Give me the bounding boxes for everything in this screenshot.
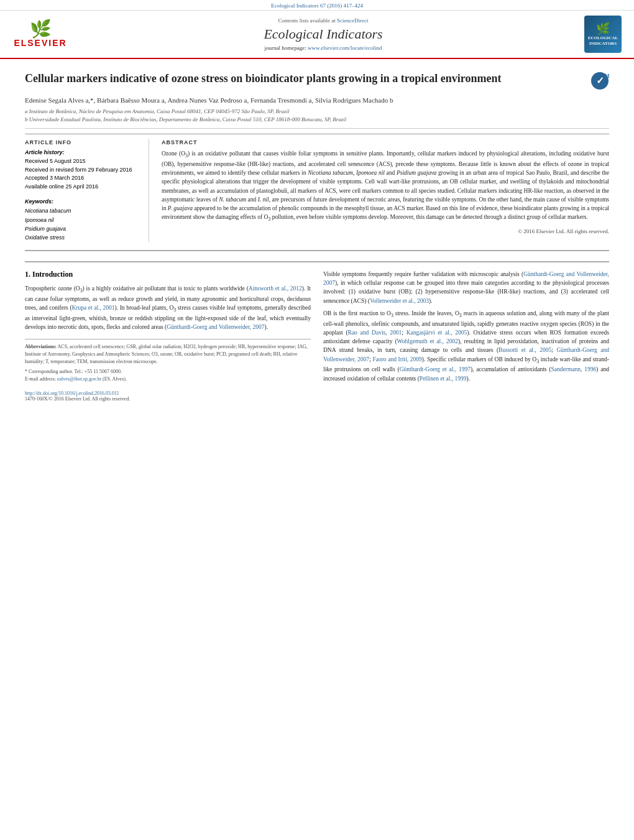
doi-link[interactable]: http://dx.doi.org/10.1016/j.ecolind.2016… <box>25 390 119 396</box>
history-title: Article history: <box>25 149 141 155</box>
abstract-label: ABSTRACT <box>162 139 609 145</box>
gunthardt-ref-2[interactable]: Günthardt-Goerg and Vollenweider, 2007 <box>323 271 609 286</box>
article-content: Cellular markers indicative of ozone str… <box>0 59 634 408</box>
intro-para-right-1: Visible symptoms frequently require furt… <box>323 270 609 305</box>
doi-section: http://dx.doi.org/10.1016/j.ecolind.2016… <box>25 388 311 402</box>
abbreviations-text: ACS, accelerated cell senescence; GSR, g… <box>25 344 308 364</box>
article-info-column: ARTICLE INFO Article history: Received 5… <box>25 139 149 242</box>
journal-reference-bar: Ecological Indicators 67 (2016) 417–424 <box>0 0 634 11</box>
article-title-section: Cellular markers indicative of ozone str… <box>25 65 609 90</box>
bussotti-ref[interactable]: Bussotti et al., 2005 <box>498 347 551 353</box>
vollenweider-ref[interactable]: Vollenweider et al., 2003 <box>370 298 429 304</box>
affiliation-b: b Universidade Estadual Paulista, Instit… <box>25 116 609 124</box>
rao-ref[interactable]: Rao and Davis, 2001 <box>348 330 402 336</box>
intro-paragraph-left: Tropospheric ozone (O3) is a highly oxid… <box>25 284 311 331</box>
email-label: E-mail address: <box>25 376 56 382</box>
corresponding-text: Corresponding author. Tel.: +55 11 5067 … <box>29 369 122 374</box>
faoro-ref[interactable]: Faoro and Iriti, 2009 <box>372 356 421 362</box>
wohlgemuth-ref[interactable]: Wohlgemuth et al., 2002 <box>397 338 458 344</box>
sandermann-ref[interactable]: Sandermann, 1996 <box>551 366 597 372</box>
abstract-column: ABSTRACT Ozone (O3) is an oxidative poll… <box>162 139 609 242</box>
body-section: 1. Introduction Tropospheric ozone (O3) … <box>25 261 609 402</box>
authors: Edenise Segala Alves a,*, Bárbara Baêsso… <box>25 96 609 104</box>
email-person: (ES. Alves). <box>103 376 127 382</box>
sciencedirect-link[interactable]: ScienceDirect <box>337 17 368 24</box>
intro-paragraph-right: Visible symptoms frequently require furt… <box>323 270 609 383</box>
journal-title: Ecological Indicators <box>68 26 578 42</box>
article-info-label: ARTICLE INFO <box>25 139 141 145</box>
journal-reference: Ecological Indicators 67 (2016) 417–424 <box>271 2 363 9</box>
contents-available-line: Contents lists available at ScienceDirec… <box>68 17 578 24</box>
journal-homepage: journal homepage: www.elsevier.com/locat… <box>68 45 578 51</box>
intro-para-1: Tropospheric ozone (O3) is a highly oxid… <box>25 284 311 331</box>
corresponding-author: * Corresponding author. Tel.: +55 11 506… <box>25 368 311 376</box>
journal-center-info: Contents lists available at ScienceDirec… <box>68 17 578 51</box>
article-history: Article history: Received 5 August 2015 … <box>25 149 141 191</box>
available-date: Available online 25 April 2016 <box>25 183 141 192</box>
keywords-section: Keywords: Nicotiana tabacum Ipomoea nil … <box>25 198 141 242</box>
keyword-4: Oxidative stress <box>25 233 141 242</box>
homepage-url[interactable]: www.elsevier.com/locate/ecolind <box>308 45 382 51</box>
received-date: Received 5 August 2015 <box>25 157 141 166</box>
email-line: E-mail address: ealves@ibot.sp.gov.br (E… <box>25 376 311 383</box>
journal-header: 🌿 ELSEVIER Contents lists available at S… <box>0 11 634 59</box>
elsevier-tree-icon: 🌿 <box>30 21 52 38</box>
affiliation-a: a Instituto de Botânica, Núcleo de Pesqu… <box>25 108 609 116</box>
footnote-box: Abbreviations: ACS, accelerated cell sen… <box>25 339 311 383</box>
body-left-column: 1. Introduction Tropospheric ozone (O3) … <box>25 270 311 402</box>
revised-date: Received in revised form 29 February 201… <box>25 166 141 175</box>
homepage-label: journal homepage: <box>265 45 306 51</box>
abbreviations-label: Abbreviations: <box>25 344 57 349</box>
svg-text:CM: CM <box>601 73 609 79</box>
kangasjarvi-ref[interactable]: Kangasjärvi et al., 2005 <box>407 330 467 336</box>
keyword-3: Psidium guajava <box>25 224 141 233</box>
keyword-1: Nicotiana tabacum <box>25 206 141 215</box>
ecological-indicators-logo: 🌿 ECOLOGICAL INDICATORS <box>584 16 622 53</box>
gunthardt-ref-4[interactable]: Günthardt-Goerg et al., 1997 <box>400 366 471 372</box>
abbreviations: Abbreviations: ACS, accelerated cell sen… <box>25 343 311 366</box>
krupa-ref[interactable]: Krupa et al., 2001 <box>72 305 115 311</box>
divider-2 <box>25 250 609 251</box>
abstract-paragraph: Ozone (O3) is an oxidative pollutant tha… <box>162 149 609 223</box>
body-right-column: Visible symptoms frequently require furt… <box>323 270 609 402</box>
keywords-title: Keywords: <box>25 198 141 205</box>
contents-text: Contents lists available at <box>278 17 336 24</box>
pellinen-ref[interactable]: Pellinen et al., 1999 <box>420 376 467 382</box>
gunthardt-ref-1[interactable]: Günthardt-Goerg and Vollenweider, 2007 <box>167 324 264 330</box>
gunthardt-ref-3[interactable]: Günthardt-Goerg and Vollenweider, 2007 <box>323 347 609 362</box>
article-title: Cellular markers indicative of ozone str… <box>25 72 584 86</box>
abstract-text: Ozone (O3) is an oxidative pollutant tha… <box>162 149 609 223</box>
crossmark-icon[interactable]: ✓ CM <box>590 72 609 90</box>
author-names: Edenise Segala Alves a,*, Bárbara Baêsso… <box>25 96 393 104</box>
keyword-2: Ipomoea nil <box>25 216 141 224</box>
accepted-date: Accepted 3 March 2016 <box>25 174 141 183</box>
copyright: © 2016 Elsevier Ltd. All rights reserved… <box>162 228 609 234</box>
elsevier-wordmark: ELSEVIER <box>14 38 67 48</box>
issn-text: 1470-160X/© 2016 Elsevier Ltd. All right… <box>25 396 311 402</box>
divider-1 <box>25 128 609 129</box>
logo-text: 🌿 ECOLOGICAL INDICATORS <box>588 22 618 46</box>
journal-logo: 🌿 ECOLOGICAL INDICATORS <box>578 16 622 53</box>
author-email[interactable]: ealves@ibot.sp.gov.br <box>57 376 101 382</box>
ainsworth-ref[interactable]: Ainsworth et al., 2012 <box>249 285 302 292</box>
article-info-abstract: ARTICLE INFO Article history: Received 5… <box>25 134 609 242</box>
elsevier-logo-container: 🌿 ELSEVIER <box>12 21 68 48</box>
section-1-heading: 1. Introduction <box>25 270 311 279</box>
affiliations: a Instituto de Botânica, Núcleo de Pesqu… <box>25 108 609 123</box>
intro-para-right-2: OB is the first reaction to O3 stress. I… <box>323 309 609 383</box>
